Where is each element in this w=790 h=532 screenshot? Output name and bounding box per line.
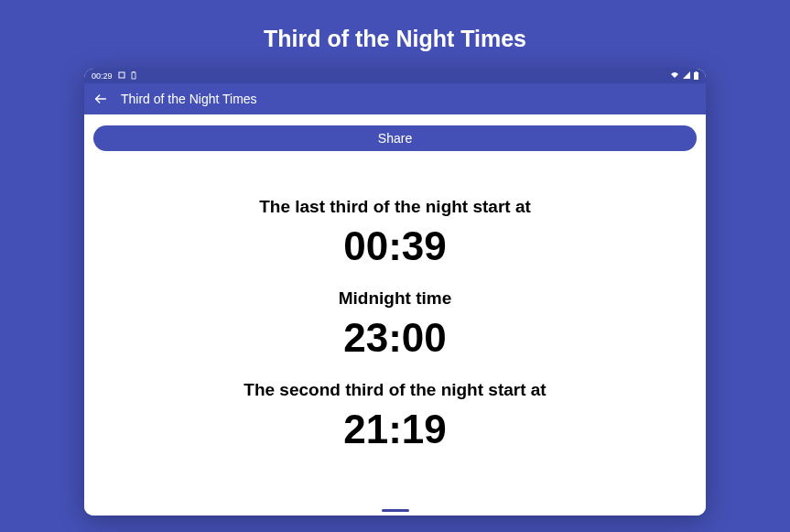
app-indicator-icon <box>118 71 125 81</box>
time-label: The second third of the night start at <box>243 380 546 400</box>
home-indicator[interactable] <box>382 509 409 512</box>
times-container: The last third of the night start at 00:… <box>93 151 697 516</box>
svg-rect-1 <box>132 72 135 79</box>
battery-small-icon <box>131 71 136 81</box>
svg-rect-3 <box>694 72 698 80</box>
time-block-last-third: The last third of the night start at 00:… <box>259 197 531 266</box>
app-bar-title: Third of the Night Times <box>121 92 257 106</box>
share-button[interactable]: Share <box>93 125 697 151</box>
page-heading: Third of the Night Times <box>264 26 526 52</box>
back-arrow-icon[interactable] <box>93 92 108 106</box>
svg-rect-2 <box>133 71 135 72</box>
svg-rect-0 <box>119 72 124 78</box>
time-value: 00:39 <box>343 226 447 266</box>
tablet-frame: 00:29 Third of th <box>84 69 706 516</box>
time-value: 21:19 <box>343 409 447 450</box>
time-value: 23:00 <box>343 318 447 358</box>
time-label: The last third of the night start at <box>259 197 531 217</box>
app-bar: Third of the Night Times <box>84 83 706 114</box>
status-clock: 00:29 <box>92 71 113 81</box>
status-bar: 00:29 <box>84 69 706 83</box>
signal-icon <box>683 71 690 81</box>
status-left: 00:29 <box>92 71 136 81</box>
status-right <box>670 71 698 81</box>
wifi-icon <box>670 71 679 81</box>
time-block-midnight: Midnight time 23:00 <box>339 288 451 358</box>
content-area: Share The last third of the night start … <box>84 114 706 516</box>
battery-icon <box>694 71 698 81</box>
svg-rect-4 <box>696 71 698 72</box>
time-label: Midnight time <box>339 288 451 309</box>
time-block-second-third: The second third of the night start at 2… <box>243 380 546 450</box>
